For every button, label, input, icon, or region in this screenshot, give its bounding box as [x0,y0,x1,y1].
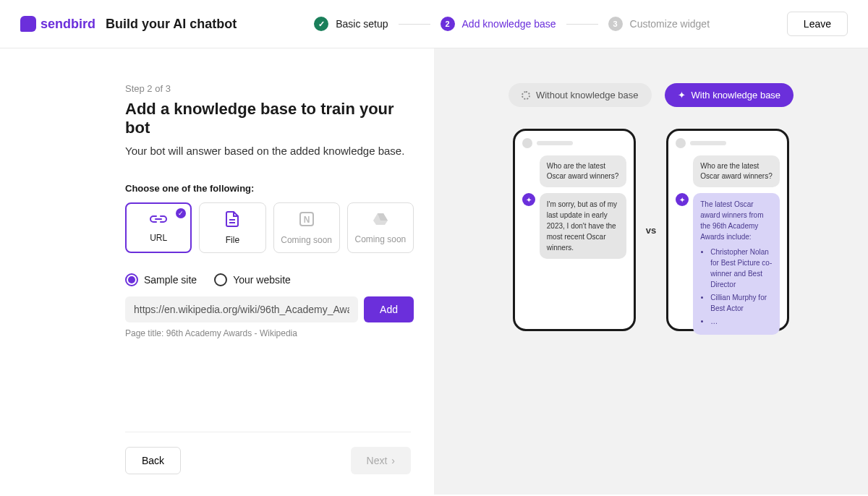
check-icon: ✓ [314,17,328,31]
radio-sample-site[interactable]: Sample site [125,273,197,286]
phone-preview-without: Who are the latest Oscar award winners? … [513,129,636,331]
sparkle-icon: ✦ [678,90,686,101]
app-header: sendbird Build your AI chatbot ✓ Basic s… [0,0,868,48]
step-add-knowledge[interactable]: 2 Add knowledge base [441,17,556,31]
radio-your-website[interactable]: Your website [214,273,291,286]
next-button: Next › [351,447,411,474]
toggle-with-kb[interactable]: ✦ With knowledge base [665,83,794,107]
brand-logo: sendbird [20,16,95,32]
leave-button[interactable]: Leave [787,12,848,36]
source-options: ✓ URL File N Coming soon [125,202,414,253]
bot-message-without: I'm sorry, but as of my last update in e… [540,193,626,259]
brand-name: sendbird [41,17,95,32]
url-source-radios: Sample site Your website [125,273,414,286]
radio-icon [214,273,227,286]
sendbird-logo-icon [20,16,36,32]
stepper: ✓ Basic setup 2 Add knowledge base 3 Cus… [314,17,710,31]
svg-text:N: N [303,215,310,225]
step-indicator: Step 2 of 3 [125,83,414,94]
page-title: Add a knowledge base to train your bot [125,100,414,137]
chevron-right-icon: › [391,455,395,466]
avatar-icon [676,138,686,148]
vs-label: vs [646,225,656,236]
radio-icon [125,273,138,286]
option-file[interactable]: File [199,202,265,253]
bot-avatar-icon: ✦ [676,193,689,206]
user-message: Who are the latest Oscar award winners? [693,155,780,187]
add-button[interactable]: Add [364,296,414,322]
notion-icon: N [299,211,315,229]
user-message: Who are the latest Oscar award winners? [540,155,626,187]
choose-label: Choose one of the following: [125,183,414,194]
header-title: Build your AI chatbot [106,17,237,32]
page-subtitle: Your bot will answer based on the added … [125,145,414,157]
step-basic-setup[interactable]: ✓ Basic setup [314,17,388,31]
bot-avatar-icon: ✦ [522,193,535,206]
preview-panel: Without knowledge base ✦ With knowledge … [434,48,868,495]
link-icon [150,213,167,227]
page-title-hint: Page title: 96th Academy Awards - Wikipe… [125,328,414,338]
phone-preview-with: Who are the latest Oscar award winners? … [666,129,789,331]
google-drive-icon [373,212,388,228]
spinner-icon [522,91,530,100]
option-drive: Coming soon [347,202,414,253]
toggle-without-kb[interactable]: Without knowledge base [509,83,652,107]
url-input[interactable] [125,296,358,322]
step-customize-widget[interactable]: 3 Customize widget [608,17,710,31]
back-button[interactable]: Back [125,447,181,474]
option-url[interactable]: ✓ URL [125,202,192,253]
avatar-icon [522,138,532,148]
check-badge-icon: ✓ [176,208,186,218]
option-notion: N Coming soon [273,202,340,253]
file-icon [226,211,239,229]
bot-message-with: The latest Oscar award winners from the … [693,193,780,335]
